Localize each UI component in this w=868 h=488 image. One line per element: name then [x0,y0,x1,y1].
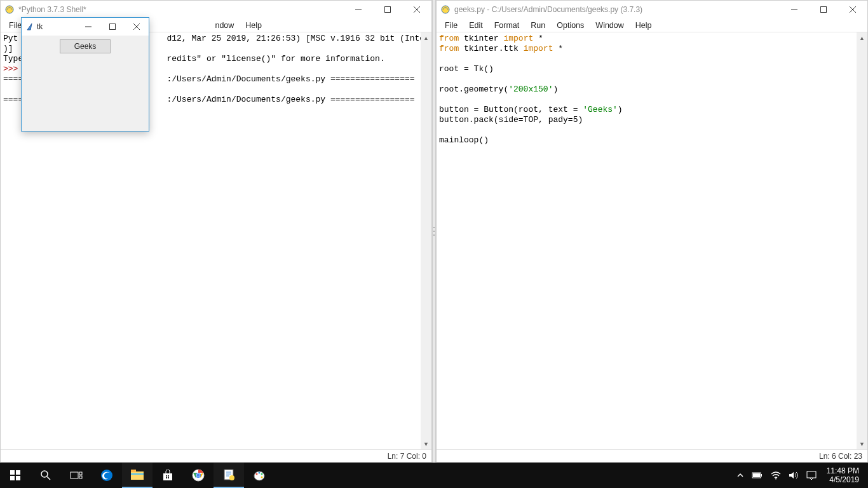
svg-point-45 [261,473,263,475]
system-tray: 11:48 PM 4/5/2019 [733,466,868,484]
editor-window: geeks.py - C:/Users/Admin/Documents/geek… [436,0,868,463]
svg-rect-10 [821,7,827,13]
svg-rect-33 [166,477,167,478]
svg-point-44 [259,472,261,474]
editor-scrollbar[interactable]: ▲ ▼ [857,32,867,449]
editor-menubar: File Edit Format Run Options Window Help [437,18,867,32]
shell-statusbar: Ln: 7 Col: 0 [1,449,431,462]
maximize-button[interactable] [373,1,402,18]
svg-rect-23 [71,472,78,478]
tray-chevron-up-icon[interactable] [733,471,748,479]
svg-point-43 [256,473,258,475]
tk-feather-icon [25,22,34,31]
menu-window[interactable]: Window [590,20,629,31]
svg-rect-32 [168,475,169,477]
tk-titlebar[interactable]: tk [22,18,149,36]
svg-rect-30 [163,473,172,480]
svg-rect-29 [131,473,144,475]
editor-title: geeks.py - C:/Users/Admin/Documents/geek… [454,5,780,14]
minimize-button[interactable] [76,18,100,36]
clock-date: 4/5/2019 [827,475,859,484]
svg-rect-25 [79,476,82,478]
clock-time: 11:48 PM [827,466,859,475]
svg-rect-27 [131,471,144,480]
scroll-down-icon[interactable]: ▼ [421,438,431,449]
wifi-icon[interactable] [767,471,785,480]
svg-point-5 [433,227,435,228]
start-button[interactable] [0,463,31,488]
prompt: >>> [3,64,18,74]
maximize-button[interactable] [809,1,838,18]
edge-icon[interactable] [92,463,122,488]
shell-cursor-pos: Ln: 7 Col: 0 [388,452,426,461]
svg-rect-20 [16,476,20,480]
svg-point-8 [442,6,449,13]
svg-point-6 [433,231,435,232]
close-button[interactable] [125,18,149,36]
action-center-icon[interactable] [803,471,820,480]
paint-icon[interactable] [244,463,275,488]
editor-statusbar: Ln: 6 Col: 23 [437,449,867,462]
svg-point-21 [41,471,48,477]
taskbar: 11:48 PM 4/5/2019 [0,463,868,488]
menu-run[interactable]: Run [525,20,551,31]
svg-rect-34 [168,477,169,478]
idle-icon [4,4,15,15]
minimize-button[interactable] [344,1,373,18]
idle-app-icon[interactable] [214,463,244,488]
menu-help[interactable]: Help [240,20,268,31]
tk-title: tk [37,22,76,31]
battery-icon[interactable] [748,471,767,479]
close-button[interactable] [838,1,867,18]
svg-point-0 [6,6,13,13]
scroll-down-icon[interactable]: ▼ [857,438,867,449]
scroll-up-icon[interactable]: ▲ [421,32,431,43]
shell-title: *Python 3.7.3 Shell* [18,5,344,14]
svg-point-7 [433,234,435,236]
menu-file[interactable]: File [439,20,463,31]
tk-window: tk Geeks [21,17,149,132]
svg-rect-48 [761,474,762,477]
menu-options[interactable]: Options [551,20,590,31]
svg-point-41 [229,475,234,480]
maximize-button[interactable] [100,18,125,36]
svg-rect-49 [753,473,760,477]
volume-icon[interactable] [785,471,803,480]
menu-format[interactable]: Format [489,20,526,31]
shell-scrollbar[interactable]: ▲ ▼ [421,32,431,449]
task-view-button[interactable] [61,463,92,488]
svg-rect-24 [79,472,82,475]
svg-rect-19 [10,476,15,480]
close-button[interactable] [402,1,431,18]
svg-rect-31 [166,475,167,477]
search-button[interactable] [31,463,61,488]
svg-point-46 [261,477,263,478]
svg-point-50 [775,478,776,480]
svg-rect-2 [385,7,391,13]
svg-rect-18 [16,470,20,475]
chrome-icon[interactable] [183,463,214,488]
svg-rect-51 [807,471,816,478]
svg-rect-17 [10,470,15,475]
svg-rect-14 [110,24,116,30]
store-icon[interactable] [153,463,183,488]
menu-help[interactable]: Help [630,20,658,31]
geeks-button[interactable]: Geeks [60,39,111,53]
minimize-button[interactable] [780,1,809,18]
menu-window[interactable]: ndow [215,20,240,31]
tk-body: Geeks [22,36,149,131]
editor-cursor-pos: Ln: 6 Col: 23 [819,452,862,461]
shell-titlebar[interactable]: *Python 3.7.3 Shell* [1,1,431,18]
editor-titlebar[interactable]: geeks.py - C:/Users/Admin/Documents/geek… [437,1,867,18]
menu-edit[interactable]: Edit [463,20,489,31]
svg-rect-28 [131,470,136,472]
code-editor[interactable]: from tkinter import * from tkinter.ttk i… [437,32,867,449]
taskbar-clock[interactable]: 11:48 PM 4/5/2019 [820,466,865,484]
scroll-up-icon[interactable]: ▲ [857,32,867,43]
svg-line-22 [47,477,50,480]
file-explorer-icon[interactable] [122,463,153,488]
idle-icon [440,4,451,15]
svg-point-39 [197,474,200,477]
